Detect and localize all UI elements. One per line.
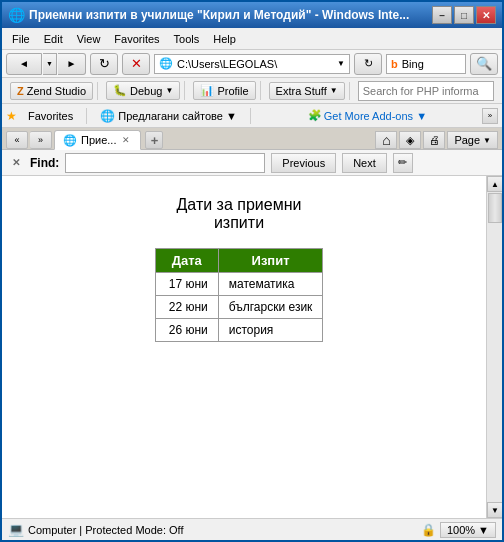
menu-bar: File Edit View Favorites Tools Help [2, 28, 502, 50]
page-dropdown-button[interactable]: Page ▼ [447, 131, 498, 149]
highlight-button[interactable]: ✏ [393, 153, 413, 173]
bing-icon: b [391, 58, 398, 70]
status-right: 🔒 100% ▼ [421, 522, 496, 538]
status-left: 💻 Computer | Protected Mode: Off [8, 522, 184, 537]
find-bar: ✕ Find: Previous Next ✏ [2, 150, 502, 176]
scroll-down-button[interactable]: ▼ [487, 502, 502, 518]
home-button[interactable]: ⌂ [375, 131, 397, 149]
find-input[interactable] [65, 153, 265, 173]
find-label: Find: [30, 156, 59, 170]
lock-icon: 🔒 [421, 523, 436, 537]
pencil-icon: ✏ [398, 156, 407, 169]
tab-ie-icon: 🌐 [63, 134, 77, 147]
address-field[interactable]: 🌐 C:\Users\LEGOLAS\ ▼ [154, 54, 350, 74]
menu-tools[interactable]: Tools [168, 31, 206, 47]
address-text: C:\Users\LEGOLAS\ [177, 58, 277, 70]
menu-help[interactable]: Help [207, 31, 242, 47]
vertical-scrollbar[interactable]: ▲ ▼ [486, 176, 502, 518]
zoom-arrow: ▼ [478, 524, 489, 536]
bing-label: Bing [402, 58, 424, 70]
forward-button[interactable]: ► [58, 53, 86, 75]
get-more-addons-button[interactable]: 🧩 Get More Add-ons ▼ [301, 107, 434, 124]
tab-label: Прие... [81, 134, 116, 146]
more-addons-label: Get More Add-ons ▼ [324, 110, 427, 122]
previous-button[interactable]: Previous [271, 153, 336, 173]
find-close-button[interactable]: ✕ [8, 155, 24, 171]
computer-icon: 💻 [8, 522, 24, 537]
window-title: Приемни изпити в училище "Кирил и Методи… [29, 8, 409, 22]
menu-file[interactable]: File [6, 31, 36, 47]
zoom-button[interactable]: 100% ▼ [440, 522, 496, 538]
tab-nav-left[interactable]: « [6, 131, 28, 149]
address-dropdown-arrow: ▼ [337, 59, 345, 68]
extra-stuff-section: Extra Stuff ▼ [265, 82, 350, 100]
table-row: 22 юнибългарски език [155, 296, 323, 319]
browser-window: 🌐 Приемни изпити в училище "Кирил и Мето… [0, 0, 504, 542]
stop-button[interactable]: ✕ [122, 53, 150, 75]
tab-close-button[interactable]: ✕ [120, 135, 132, 145]
status-text: Computer | Protected Mode: Off [28, 524, 184, 536]
minimize-button[interactable]: – [432, 6, 452, 24]
rss-button[interactable]: ◈ [399, 131, 421, 149]
suggested-label: Предлагани сайтове ▼ [118, 110, 237, 122]
table-header-row: Дата Изпит [155, 249, 323, 273]
ie-address-icon: 🌐 [159, 57, 173, 70]
bing-search-field[interactable]: b Bing [386, 54, 466, 74]
dropdown-button[interactable]: ▼ [43, 53, 57, 75]
table-row: 17 юниматематика [155, 273, 323, 296]
extra-stuff-button[interactable]: Extra Stuff ▼ [269, 82, 345, 100]
suggested-sites-button[interactable]: 🌐 Предлагани сайтове ▼ [93, 107, 244, 125]
toolbar-row: Z Zend Studio 🐛 Debug ▼ 📊 Profile Extra … [2, 78, 502, 104]
page-title-line2: изпити [214, 214, 264, 231]
debug-arrow: ▼ [165, 86, 173, 95]
search-section [354, 81, 498, 101]
refresh-page-button[interactable]: ↻ [354, 53, 382, 75]
menu-favorites[interactable]: Favorites [108, 31, 165, 47]
scroll-thumb[interactable] [488, 193, 502, 223]
cell-exam: математика [218, 273, 323, 296]
zend-studio-button[interactable]: Z Zend Studio [10, 82, 93, 100]
nav-buttons: ◄ ▼ ► [6, 53, 86, 75]
scroll-up-button[interactable]: ▲ [487, 176, 502, 192]
status-bar: 💻 Computer | Protected Mode: Off 🔒 100% … [2, 518, 502, 540]
page-label: Page [454, 134, 480, 146]
menu-view[interactable]: View [71, 31, 107, 47]
title-controls: – □ ✕ [432, 6, 496, 24]
main-content: Дати за приемни изпити Дата Изпит 17 юни… [2, 176, 486, 518]
page-title: Дати за приемни изпити [177, 196, 302, 232]
restore-button[interactable]: □ [454, 6, 474, 24]
cell-date: 26 юни [155, 319, 218, 342]
puzzle-icon: 🧩 [308, 109, 322, 122]
debug-button[interactable]: 🐛 Debug ▼ [106, 81, 180, 100]
search-button[interactable]: 🔍 [470, 53, 498, 75]
favorites-bar-arrow[interactable]: » [482, 108, 498, 124]
scroll-track [487, 224, 502, 502]
next-button[interactable]: Next [342, 153, 387, 173]
separator [86, 108, 87, 124]
column-header-exam: Изпит [218, 249, 323, 273]
back-button[interactable]: ◄ [6, 53, 42, 75]
favorites-button[interactable]: Favorites [21, 108, 80, 124]
new-tab-button[interactable]: + [145, 131, 163, 149]
table-row: 26 юниистория [155, 319, 323, 342]
title-bar-left: 🌐 Приемни изпити в училище "Кирил и Мето… [8, 7, 409, 23]
address-bar: ◄ ▼ ► ↻ ✕ 🌐 C:\Users\LEGOLAS\ ▼ ↻ b Bing… [2, 50, 502, 78]
content-wrapper: Дати за приемни изпити Дата Изпит 17 юни… [2, 176, 502, 518]
refresh-button[interactable]: ↻ [90, 53, 118, 75]
close-button[interactable]: ✕ [476, 6, 496, 24]
search-input[interactable] [358, 81, 494, 101]
menu-edit[interactable]: Edit [38, 31, 69, 47]
favorites-bar: ★ Favorites 🌐 Предлагани сайтове ▼ 🧩 Get… [2, 104, 502, 128]
profile-button[interactable]: 📊 Profile [193, 81, 255, 100]
tab-nav-right[interactable]: » [30, 131, 52, 149]
cell-exam: история [218, 319, 323, 342]
extra-label: Extra Stuff [276, 85, 327, 97]
page-dropdown-arrow: ▼ [483, 136, 491, 145]
page-title-line1: Дати за приемни [177, 196, 302, 213]
favorites-label: Favorites [28, 110, 73, 122]
exam-table: Дата Изпит 17 юниматематика22 юнибългарс… [155, 248, 324, 342]
print-button[interactable]: 🖨 [423, 131, 445, 149]
debug-section: 🐛 Debug ▼ [102, 81, 185, 100]
tab-active[interactable]: 🌐 Прие... ✕ [54, 130, 141, 150]
profile-label: Profile [217, 85, 248, 97]
